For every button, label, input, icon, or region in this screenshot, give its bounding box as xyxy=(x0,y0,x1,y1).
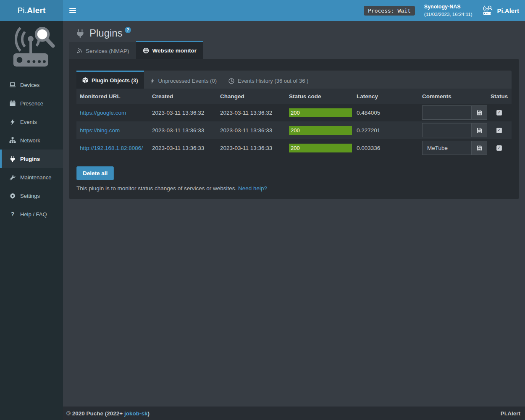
status-code-bar: 200 xyxy=(289,108,352,117)
need-help-link[interactable]: Need help? xyxy=(238,185,267,192)
sidebar-item-events[interactable]: Events xyxy=(0,113,63,131)
device-name: Synology-NAS xyxy=(424,3,472,11)
sidebar-item-network[interactable]: Network xyxy=(0,131,63,150)
sidebar-item-devices[interactable]: Devices xyxy=(0,76,63,94)
status-code-bar: 200 xyxy=(289,144,352,152)
footer-credit-text: 2020 Puche (2022+ xyxy=(71,410,124,417)
brand-bold: Alert xyxy=(27,6,45,15)
navbar: Process: Wait Synology-NAS (11/03/2023, … xyxy=(63,0,525,21)
plugin-description-text: This plugin is to monitor status changes… xyxy=(76,185,236,192)
tab-label: Events History (36 out of 36 ) xyxy=(238,78,308,84)
created-cell: 2023-03-11 13:36:32 xyxy=(149,104,217,121)
process-status-badge: Process: Wait xyxy=(364,6,415,16)
navbar-right: Process: Wait Synology-NAS (11/03/2023, … xyxy=(364,3,525,18)
page-header: Plugins ? xyxy=(63,21,525,41)
comment-input[interactable] xyxy=(422,123,471,137)
tab-plugin-objects[interactable]: Plugin Objects (3) xyxy=(76,71,144,89)
save-comment-button[interactable] xyxy=(471,123,487,137)
copyleft-icon: © xyxy=(66,410,71,417)
brand-pre: Pi. xyxy=(17,6,27,15)
footer-app-name: Pi.Alert xyxy=(501,410,520,417)
status-checkbox[interactable]: ✓ xyxy=(496,145,502,151)
sidebar-item-presence[interactable]: Presence xyxy=(0,94,63,113)
col-status-code: Status code xyxy=(286,89,353,104)
col-created: Created xyxy=(149,89,217,104)
footer-credit-close: ) xyxy=(147,410,150,417)
app-name: Pi.Alert xyxy=(497,7,519,14)
tab-label: Website monitor xyxy=(152,47,197,54)
delete-all-button[interactable]: Delete all xyxy=(76,166,114,180)
wrench-icon xyxy=(9,174,16,181)
status-checkbox[interactable]: ✓ xyxy=(496,128,502,133)
table-row: https://bing.com 2023-03-11 13:36:33 202… xyxy=(76,121,512,139)
sidebar-item-plugins[interactable]: Plugins xyxy=(0,150,63,168)
latency-cell: 0.484005 xyxy=(353,104,419,121)
latency-cell: 0.003336 xyxy=(353,139,419,157)
bolt-icon xyxy=(9,119,16,125)
question-icon: ? xyxy=(9,211,16,218)
save-comment-button[interactable] xyxy=(471,141,487,155)
main-content: Plugins ? Services (NMAP) Website monito… xyxy=(63,21,525,407)
floppy-save-icon xyxy=(477,145,482,151)
floppy-save-icon xyxy=(477,128,482,133)
router-scan-icon xyxy=(481,5,493,16)
monitored-url-link[interactable]: https://bing.com xyxy=(80,127,120,134)
device-timestamp: (11/03/2023, 16:24:11) xyxy=(424,11,472,18)
col-status: Status xyxy=(487,89,512,104)
tab-events-history[interactable]: Events History (36 out of 36 ) xyxy=(223,72,314,89)
created-cell: 2023-03-11 13:36:33 xyxy=(149,139,217,157)
changed-cell: 2023-03-11 13:36:33 xyxy=(217,121,286,139)
monitored-url-link[interactable]: https://google.com xyxy=(80,110,126,116)
tab-website-monitor[interactable]: Website monitor xyxy=(136,41,204,59)
col-comments: Comments xyxy=(419,89,487,104)
tab-unprocessed-events[interactable]: Unprocessed Events (0) xyxy=(144,72,223,89)
sidebar-item-label: Presence xyxy=(20,100,43,107)
globe-icon xyxy=(143,47,149,54)
plug-icon xyxy=(9,156,16,162)
tab-label: Unprocessed Events (0) xyxy=(158,78,217,84)
cube-icon xyxy=(82,77,88,83)
sidebar-toggle-icon[interactable] xyxy=(63,0,82,21)
sitemap-icon xyxy=(9,137,16,144)
sidebar: Devices Presence Events Network Plugins … xyxy=(0,21,63,420)
page-help-badge[interactable]: ? xyxy=(125,27,131,33)
comment-input[interactable] xyxy=(422,105,471,120)
changed-cell: 2023-03-11 13:36:33 xyxy=(217,139,286,157)
plugin-tabs: Services (NMAP) Website monitor xyxy=(69,41,525,59)
latency-cell: 0.227201 xyxy=(353,121,419,139)
plug-icon xyxy=(76,29,85,38)
sidebar-item-label: Maintenance xyxy=(20,174,51,181)
sidebar-item-label: Settings xyxy=(20,193,40,199)
save-comment-button[interactable] xyxy=(471,105,487,120)
sidebar-item-label: Plugins xyxy=(20,156,40,162)
app-chip[interactable]: Pi.Alert xyxy=(481,5,519,16)
footer: © 2020 Puche (2022+ jokob-sk) Pi.Alert xyxy=(63,407,525,420)
tab-label: Plugin Objects (3) xyxy=(92,77,138,84)
sidebar-item-settings[interactable]: Settings xyxy=(0,186,63,205)
table-header-row: Monitored URL Created Changed Status cod… xyxy=(76,89,512,104)
monitored-url-link[interactable]: http://192.168.1.82:8086/ xyxy=(80,145,143,151)
status-checkbox[interactable]: ✓ xyxy=(496,110,502,116)
sidebar-item-maintenance[interactable]: Maintenance xyxy=(0,168,63,186)
tab-services-nmap[interactable]: Services (NMAP) xyxy=(69,42,136,59)
table-row: http://192.168.1.82:8086/ 2023-03-11 13:… xyxy=(76,139,512,157)
floppy-save-icon xyxy=(477,110,482,116)
brand-logo[interactable]: Pi.Alert xyxy=(0,0,63,21)
comment-input[interactable] xyxy=(422,141,471,155)
sidebar-item-help[interactable]: ? Help / FAQ xyxy=(0,205,63,223)
table-row: https://google.com 2023-03-11 13:36:32 2… xyxy=(76,104,512,121)
page-title: Plugins xyxy=(89,27,123,39)
status-code-bar: 200 xyxy=(289,126,352,135)
plugin-description: This plugin is to monitor status changes… xyxy=(69,180,519,192)
device-info: Synology-NAS (11/03/2023, 16:24:11) xyxy=(424,3,472,18)
sidebar-item-label: Devices xyxy=(20,82,39,88)
gear-icon xyxy=(9,193,16,199)
jokob-sk-link[interactable]: jokob-sk xyxy=(124,410,148,417)
tab-label: Services (NMAP) xyxy=(86,48,129,54)
sidebar-item-label: Help / FAQ xyxy=(20,211,47,218)
col-changed: Changed xyxy=(217,89,286,104)
changed-cell: 2023-03-11 13:36:32 xyxy=(217,104,286,121)
footer-credits: © 2020 Puche (2022+ jokob-sk) xyxy=(66,410,150,417)
calendar-icon xyxy=(9,100,16,107)
plugin-content-tabs: Plugin Objects (3) Unprocessed Events (0… xyxy=(76,71,512,89)
